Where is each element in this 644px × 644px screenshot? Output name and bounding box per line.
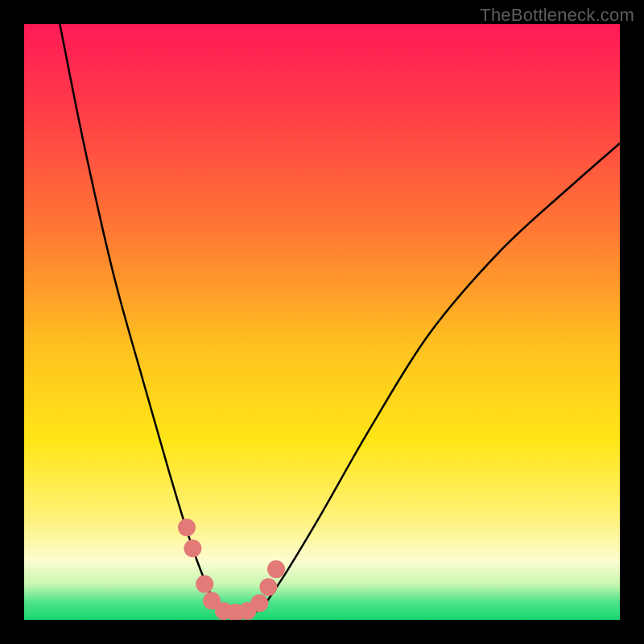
data-marker: [267, 560, 285, 578]
data-marker: [196, 576, 213, 593]
watermark-text: TheBottleneck.com: [480, 5, 634, 26]
data-marker: [259, 578, 277, 596]
curve-layer: [24, 24, 620, 620]
plot-area: [24, 24, 620, 620]
bottleneck-curve: [60, 24, 620, 618]
data-marker: [250, 594, 268, 612]
chart-frame: TheBottleneck.com: [0, 0, 644, 644]
data-marker: [178, 518, 196, 536]
data-marker: [184, 539, 201, 557]
